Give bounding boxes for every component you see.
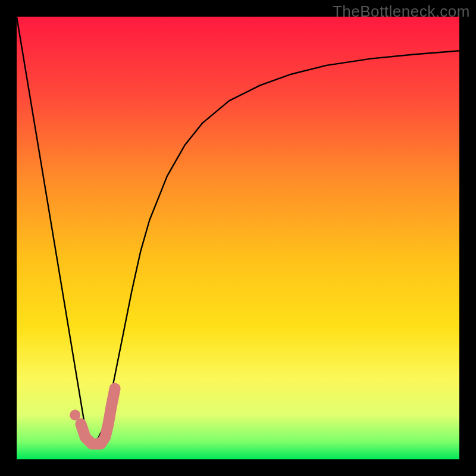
chart-plot-area — [17, 17, 459, 459]
watermark-text: TheBottleneck.com — [333, 2, 470, 21]
chart-svg — [17, 17, 459, 459]
data-point — [70, 410, 80, 421]
chart-background — [17, 17, 459, 459]
